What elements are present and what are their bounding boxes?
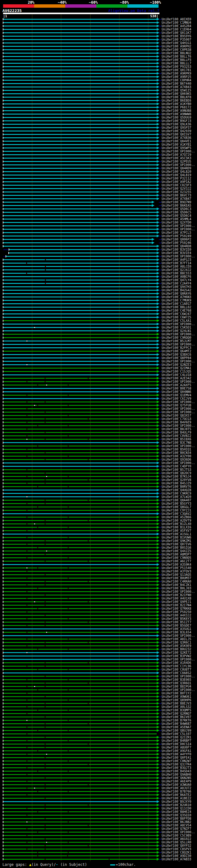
hit-bar[interactable]: [3, 642, 157, 643]
alignment-row[interactable]: UniRef100_C5LXA1: [0, 319, 197, 322]
alignment-row[interactable]: UniRef100_A8LCE0: [0, 265, 197, 268]
hit-bar[interactable]: [3, 280, 157, 280]
alignment-row[interactable]: UniRef100_Q2XTD0: [0, 221, 197, 224]
hit-label[interactable]: UniRef100_B0T1Y2: [162, 691, 191, 695]
hit-label[interactable]: UniRef100_C2A4Y4: [162, 282, 191, 285]
alignment-row[interactable]: UniRef100_UPI000..: [0, 444, 197, 448]
alignment-row[interactable]: UniRef100_B3C7N8: [0, 441, 197, 444]
hit-label[interactable]: UniRef100_B8LKF8: [162, 95, 191, 99]
alignment-row[interactable]: UniRef100_Q75FU8: [0, 404, 197, 407]
hit-label[interactable]: UniRef100_C7QCG3: [162, 417, 191, 421]
alignment-row[interactable]: UniRef100_B8C553: [0, 272, 197, 275]
hit-label[interactable]: UniRef100_Q2IMA1: [162, 366, 191, 370]
alignment-row[interactable]: UniRef100_B5JTS3: [0, 468, 197, 471]
hit-bar[interactable]: [3, 418, 157, 420]
alignment-row[interactable]: UniRef100_Q4XZZ5: [0, 549, 197, 553]
alignment-row[interactable]: UniRef100_C1SJQ5: [0, 370, 197, 373]
alignment-row[interactable]: UniRef100_UPI000..: [0, 400, 197, 404]
alignment-row[interactable]: UniRef100_B8HEZ4: [0, 810, 197, 813]
hit-label[interactable]: UniRef100_Q3R6Q1: [162, 681, 191, 685]
hit-bar[interactable]: [3, 683, 157, 684]
alignment-row[interactable]: UniRef100_C0PR38: [0, 48, 197, 52]
alignment-row[interactable]: UniRef100_A5ENA7: [0, 725, 197, 729]
hit-bar[interactable]: [3, 42, 157, 43]
alignment-row[interactable]: UniRef100_C4RRA0: [0, 580, 197, 583]
hit-label[interactable]: UniRef100_A4S2R4: [162, 24, 191, 28]
hit-label[interactable]: UniRef100_Q84VE1: [162, 140, 191, 143]
hit-bar[interactable]: [3, 716, 157, 717]
alignment-row[interactable]: UniRef100_C2A4Y4: [0, 282, 197, 285]
alignment-row[interactable]: UniRef100_P50250: [0, 610, 197, 614]
hit-bar[interactable]: [3, 669, 157, 670]
hit-label[interactable]: UniRef100_A1R4D6: [162, 661, 191, 664]
hit-label[interactable]: UniRef100_Q5D6C5: [162, 211, 191, 214]
hit-label[interactable]: UniRef100_C6W7Z5: [162, 316, 191, 319]
alignment-row[interactable]: UniRef100_A8CV54: [0, 824, 197, 827]
hit-label[interactable]: UniRef100_C1YL96: [162, 664, 191, 668]
alignment-row[interactable]: UniRef100_A7AB33: [0, 858, 197, 861]
hit-label[interactable]: UniRef100_A4X3J2: [162, 614, 191, 617]
hit-label[interactable]: UniRef100_A0LS32: [162, 705, 191, 709]
hit-label[interactable]: UniRef100_Q947H3: [162, 285, 191, 288]
alignment-row[interactable]: UniRef100_UPI000..: [0, 675, 197, 678]
hit-bar[interactable]: [3, 859, 157, 860]
alignment-row[interactable]: UniRef100_Q1EMV4: [0, 394, 197, 397]
hit-label[interactable]: UniRef100_B2I7N4: [162, 603, 191, 607]
hit-bar[interactable]: [3, 141, 157, 142]
alignment-row[interactable]: UniRef100_A4YYF0: [0, 752, 197, 756]
hit-label[interactable]: UniRef100_UPI000..: [162, 407, 195, 410]
hit-bar[interactable]: [3, 811, 157, 812]
alignment-row[interactable]: UniRef100_B0E758: [0, 387, 197, 390]
hit-label[interactable]: UniRef100_UPI000..: [162, 444, 195, 448]
hit-label[interactable]: UniRef100_Q2KE72: [162, 651, 191, 654]
hit-label[interactable]: UniRef100_B8IPU4: [162, 685, 191, 688]
alignment-row[interactable]: UniRef100_Q4UQZ8: [0, 488, 197, 492]
hit-label[interactable]: UniRef100_A3ZY00: [162, 455, 191, 458]
hit-bar[interactable]: [3, 19, 157, 20]
hit-label[interactable]: UniRef100_A5ZB66: [162, 516, 191, 519]
alignment-row[interactable]: UniRef100_Q9KZM1: [0, 539, 197, 542]
alignment-row[interactable]: UniRef100_C1MNU4: [0, 21, 197, 24]
hit-label[interactable]: UniRef100_P50250: [162, 610, 191, 614]
hit-label[interactable]: UniRef100_C1EH64: [162, 28, 191, 31]
alignment-row[interactable]: UniRef100_B0SIG6: [0, 546, 197, 549]
alignment-row[interactable]: UniRef100_A9RP25: [0, 75, 197, 79]
alignment-row[interactable]: UniRef100_B0LJ03: [0, 587, 197, 590]
hit-bar[interactable]: [3, 662, 157, 663]
hit-bar[interactable]: [3, 635, 157, 636]
hit-bar[interactable]: [3, 164, 157, 165]
hit-label[interactable]: UniRef100_B6KEA5: [162, 204, 191, 207]
hit-bar[interactable]: [3, 398, 157, 399]
hit-label[interactable]: UniRef100_Q006P2: [162, 238, 191, 241]
hit-label[interactable]: UniRef100_C8SPV3: [162, 847, 191, 851]
hit-label[interactable]: UniRef100_A9NWW8: [162, 113, 191, 116]
hit-label[interactable]: UniRef100_B5JLM7: [162, 339, 191, 343]
alignment-row[interactable]: UniRef100_A7PCL5: [0, 231, 197, 234]
hit-label[interactable]: UniRef100_C0U8T7: [162, 668, 191, 671]
alignment-row[interactable]: UniRef100_UPI000..: [0, 590, 197, 593]
alignment-row[interactable]: UniRef100_A3SUG1: [0, 627, 197, 630]
hit-label[interactable]: UniRef100_B5GYY3: [162, 502, 191, 505]
alignment-row[interactable]: UniRef100_Q8A407: [0, 498, 197, 502]
hit-label[interactable]: UniRef100_B8LLP3: [162, 58, 191, 62]
alignment-row[interactable]: UniRef100_C5LS97: [0, 732, 197, 736]
alignment-row[interactable]: UniRef100_B6KEA5: [0, 204, 197, 207]
hit-bar[interactable]: [3, 90, 157, 91]
hit-bar[interactable]: [3, 361, 157, 362]
hit-label[interactable]: UniRef100_Q7NZF7: [162, 827, 191, 831]
alignment-row[interactable]: UniRef100_Q5W1I5: [0, 89, 197, 92]
hit-bar[interactable]: [3, 673, 157, 673]
hit-label[interactable]: UniRef100_P93253: [162, 65, 191, 68]
hit-label[interactable]: UniRef100_B0SIG6: [162, 546, 191, 549]
hit-label[interactable]: UniRef100_A7XB36: [162, 136, 191, 140]
hit-label[interactable]: UniRef100_B1ZLX0: [162, 522, 191, 526]
hit-label[interactable]: UniRef100_B5IZT7: [162, 620, 191, 624]
hit-label[interactable]: UniRef100_A9GFA1: [162, 749, 191, 752]
hit-bar[interactable]: [3, 32, 157, 33]
hit-label[interactable]: UniRef100_B0E758: [162, 387, 191, 390]
alignment-row[interactable]: UniRef100_A5K9E9: [0, 644, 197, 648]
hit-bar[interactable]: [3, 293, 157, 294]
hit-label[interactable]: UniRef100_B3VIE0: [162, 248, 191, 251]
alignment-row[interactable]: UniRef100_B1LXI6: [0, 526, 197, 529]
hit-label[interactable]: UniRef100_Q2J4J2: [162, 268, 191, 272]
